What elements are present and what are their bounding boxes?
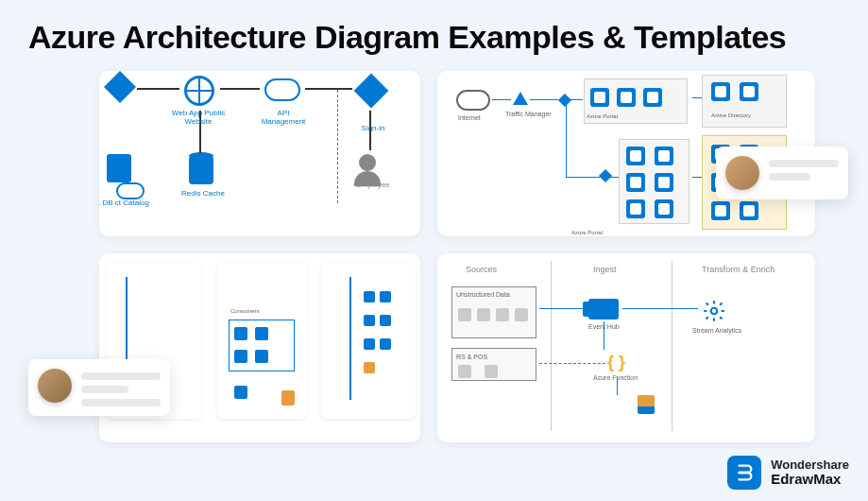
brand-top: Wondershare — [771, 458, 849, 472]
label-rs-pos: RS & POS — [456, 354, 487, 360]
traffic-manager-icon — [513, 92, 528, 105]
azure-service-icon — [711, 201, 730, 220]
sql-db-icon — [107, 154, 131, 182]
diamond-icon — [354, 74, 389, 109]
connector — [692, 177, 702, 178]
label-active-dir: Active Directory — [711, 112, 751, 118]
connector-dashed — [539, 363, 605, 364]
svg-point-0 — [711, 308, 718, 315]
divider — [551, 261, 552, 431]
template-card-stream-pipeline[interactable]: Sources Ingest Transform & Enrich Unstru… — [437, 253, 815, 442]
user-icon — [359, 154, 376, 171]
connector — [604, 321, 604, 350]
service-icon — [380, 338, 391, 350]
connector — [622, 308, 698, 309]
connector — [220, 88, 260, 90]
service-icon — [255, 327, 268, 340]
azure-service-icon — [590, 88, 609, 107]
connector — [617, 376, 618, 395]
azure-service-icon — [626, 173, 645, 192]
connector — [609, 177, 619, 178]
source-icon — [515, 308, 528, 321]
connector — [137, 88, 179, 90]
service-icon — [234, 327, 247, 340]
avatar — [725, 156, 759, 190]
placeholder-line — [769, 173, 810, 181]
azure-service-icon — [711, 82, 730, 101]
placeholder-line — [81, 386, 128, 393]
connector — [530, 99, 558, 100]
label-azure-portal: Azure Portal — [587, 113, 618, 119]
comment-overlay — [28, 359, 170, 416]
azure-service-icon — [643, 88, 662, 107]
section-ingest: Ingest — [593, 265, 617, 274]
label-unstructured: Unstructured Data — [456, 291, 510, 298]
label-web-app: Web App Public Website — [170, 109, 227, 126]
brand-bottom: EdrawMax — [771, 472, 849, 488]
source-icon — [496, 308, 509, 321]
source-icon — [458, 365, 471, 378]
label-internet: Internet — [458, 114, 481, 121]
label-signin: Sign-in — [345, 124, 401, 132]
azure-service-icon — [740, 201, 758, 220]
azure-service-icon — [655, 199, 673, 218]
service-icon — [255, 350, 268, 363]
service-icon — [234, 350, 247, 363]
template-grid: Web App Public Website API Management Si… — [99, 71, 826, 449]
service-icon — [364, 338, 375, 350]
connector — [305, 88, 352, 90]
placeholder-line — [81, 372, 161, 380]
diagram-web-api: Web App Public Website API Management Si… — [99, 71, 420, 236]
redis-cache-icon — [189, 156, 213, 184]
azure-service-icon — [617, 88, 636, 107]
avatar — [38, 369, 72, 403]
edrawmax-icon — [727, 456, 761, 490]
template-card-web-api[interactable]: Web App Public Website API Management Si… — [99, 71, 420, 236]
brand-logo: Wondershare EdrawMax — [727, 456, 849, 490]
brand-text: Wondershare EdrawMax — [771, 458, 849, 488]
label-api: API Management — [255, 109, 312, 126]
service-icon-orange — [364, 362, 375, 373]
label-azure-portal2: Azure Portal — [571, 230, 603, 235]
azure-service-icon — [655, 173, 673, 192]
placeholder-line — [769, 160, 839, 167]
azure-service-icon — [626, 147, 645, 165]
cloud-icon — [264, 78, 300, 101]
label-employee: Employee — [345, 181, 401, 189]
placeholder-line — [81, 399, 161, 406]
storage-icon — [281, 390, 295, 406]
storage-icon — [638, 395, 655, 414]
label-consumers: Consumers — [230, 308, 260, 314]
label-traffic: Traffic Manager — [505, 111, 552, 117]
source-icon — [485, 365, 498, 378]
azure-service-icon — [740, 82, 758, 101]
azure-service-icon — [655, 147, 673, 165]
service-icon — [364, 291, 375, 302]
service-icon — [364, 315, 375, 326]
event-hub-icon — [588, 299, 619, 320]
globe-icon — [184, 76, 214, 106]
connector-dashed — [337, 90, 339, 203]
diamond-icon — [558, 94, 571, 107]
comment-placeholder-lines — [81, 369, 161, 406]
gateway-icon — [104, 71, 136, 103]
sub-card: Consumers — [217, 263, 307, 419]
label-stream: Stream Analytics — [692, 327, 741, 334]
diagram-stream-pipeline: Sources Ingest Transform & Enrich Unstru… — [437, 253, 815, 442]
connector — [570, 99, 583, 100]
service-icon — [234, 386, 247, 399]
connector — [349, 277, 351, 400]
diamond-icon — [599, 169, 612, 182]
section-sources: Sources — [466, 265, 497, 274]
connector — [566, 177, 600, 178]
divider — [672, 261, 672, 431]
cloud-small-icon — [116, 182, 145, 199]
connector — [692, 97, 702, 98]
connector — [566, 99, 567, 177]
service-icon — [380, 315, 391, 326]
service-icon — [380, 291, 391, 302]
label-redis: Redis Cache — [175, 189, 231, 198]
comment-overlay — [716, 147, 848, 199]
azure-function-icon: { } — [607, 353, 626, 371]
connector — [492, 99, 511, 100]
